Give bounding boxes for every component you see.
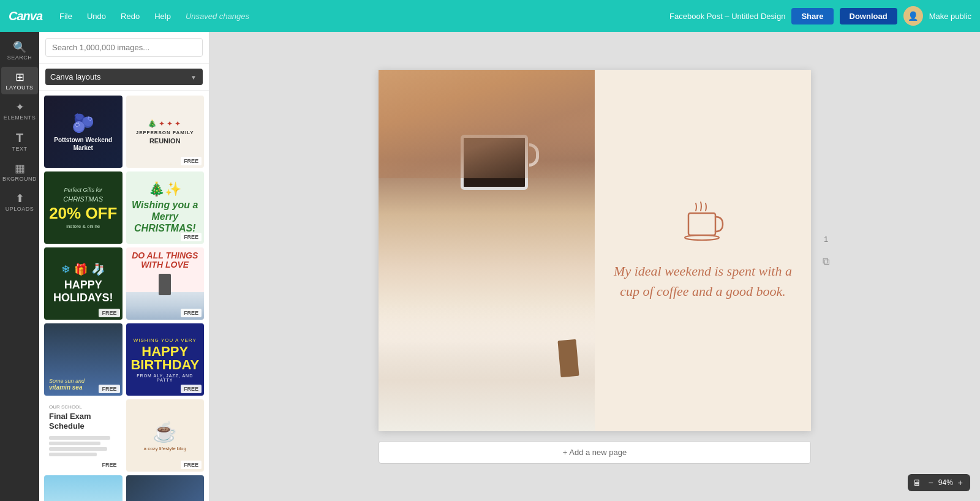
holiday-icons: ❄ 🎁 🧦 — [61, 263, 105, 276]
make-public-button[interactable]: Make public — [929, 12, 971, 21]
template-xmas-discount: 20% OFF — [49, 205, 117, 221]
snowflake-icon: ❄ — [61, 263, 70, 276]
download-button[interactable]: Download — [840, 8, 897, 24]
exam-line-4 — [49, 453, 97, 456]
template-card-coffee[interactable]: ☕ a cozy lifestyle blog FREE — [126, 399, 205, 472]
template-card-love[interactable]: DO AlL ThINGS WITH LOVE FREE — [126, 247, 205, 320]
love-text-area: DO AlL ThINGS WITH LOVE — [130, 251, 201, 270]
page-number-area: 1 ⧉ — [823, 234, 829, 266]
topbar: Canva File Undo Redo Help Unsaved change… — [0, 0, 980, 32]
sidebar-item-uploads[interactable]: ⬆ UPLOADS — [1, 188, 38, 216]
person-silhouette — [159, 274, 171, 295]
stocking-icon: 🧦 — [91, 263, 105, 276]
sidebar-item-text[interactable]: T TEXT — [1, 127, 38, 156]
undo-button[interactable]: Undo — [85, 9, 108, 23]
duplicate-page-icon[interactable]: ⧉ — [823, 255, 829, 266]
canvas-quote-text: My ideal weekend is spent with a cup of … — [613, 261, 793, 301]
elements-icon: ✦ — [15, 102, 24, 113]
free-badge-6: FREE — [181, 385, 202, 393]
add-page-button[interactable]: + Add a new page — [379, 441, 811, 464]
sidebar-item-label-uploads: UPLOADS — [6, 206, 34, 212]
canvas-wrapper: My ideal weekend is spent with a cup of … — [379, 70, 811, 431]
book — [557, 339, 579, 377]
exam-line-1 — [49, 436, 110, 440]
zoom-level: 94% — [938, 478, 953, 487]
zoom-in-button[interactable]: + — [956, 477, 965, 489]
share-button[interactable]: Share — [791, 8, 833, 24]
search-input[interactable] — [45, 38, 203, 57]
template-card-christmas-greeting[interactable]: 🎄✨ Wishing you aMerry CHRISTMAS! FREE — [126, 171, 205, 244]
sidebar-item-label-search: SEARCH — [7, 55, 32, 61]
layouts-dropdown[interactable]: Canva layouts — [45, 69, 203, 85]
canvas-page[interactable]: My ideal weekend is spent with a cup of … — [379, 70, 811, 431]
canva-logo: Canva — [9, 9, 42, 23]
sweater-top — [379, 70, 595, 178]
templates-grid: 🫐 Pottstown Weekend Market 🎄✦✦✦ JEFFERSO… — [39, 91, 209, 501]
search-icon: 🔍 — [13, 42, 26, 53]
coffee-cup-svg — [679, 200, 728, 249]
redo-button[interactable]: Redo — [118, 9, 142, 23]
exam-title: Final Exam Schedule — [49, 412, 118, 431]
sidebar-item-background[interactable]: ▦ BKGROUND — [1, 158, 38, 186]
sidebar-item-label-text: TEXT — [12, 146, 27, 152]
sidebar-item-search[interactable]: 🔍 SEARCH — [1, 37, 38, 64]
template-card-beach2[interactable]: 🏖 relaxing days — [44, 475, 123, 501]
topbar-right: Facebook Post – Untitled Design Share Do… — [669, 6, 971, 26]
template-card-birthday[interactable]: WISHING YOU A VERY HAPPY BIRTHDAY FROM A… — [126, 323, 205, 396]
file-menu[interactable]: File — [57, 9, 75, 23]
do-all-text: DO AlL ThINGS WITH LOVE — [130, 251, 201, 270]
sidebar-item-layouts[interactable]: ⊞ LAYOUTS — [1, 67, 38, 94]
template-card-market[interactable]: 🫐 Pottstown Weekend Market — [44, 96, 123, 168]
layouts-dropdown-wrapper: Canva layouts — [45, 69, 203, 85]
template-card-christmas-sale[interactable]: Perfect Gifts for CHRISTMAS 20% OFF inst… — [44, 171, 123, 244]
zoom-controls: 🖥 − 94% + — [908, 474, 970, 491]
svg-rect-0 — [688, 213, 715, 235]
free-badge-4: FREE — [181, 309, 202, 317]
uploads-icon: ⬆ — [15, 193, 24, 204]
free-badge-8: FREE — [181, 461, 202, 469]
text-icon: T — [16, 132, 23, 144]
zoom-out-button[interactable]: − — [926, 477, 936, 489]
template-sun-label: Some sun and — [49, 378, 85, 384]
template-xmas-sub: instore & online — [66, 224, 100, 229]
layouts-panel: Canva layouts 🫐 Pottstown Weekend Market… — [39, 32, 209, 501]
template-coffee-text: a cozy lifestyle blog — [144, 446, 186, 451]
page-number: 1 — [824, 234, 828, 243]
template-family-label: JEFFERSON FAMILY — [136, 130, 194, 135]
canvas-right-panel: My ideal weekend is spent with a cup of … — [595, 70, 811, 431]
template-card-dark[interactable]: There are only two ways to live your lif… — [126, 475, 205, 501]
background-icon: ▦ — [15, 163, 25, 174]
free-badge-2: FREE — [181, 233, 202, 241]
template-card-reunion[interactable]: 🎄✦✦✦ JEFFERSON FAMILY REUNION FREE — [126, 96, 205, 168]
template-birthday-main: HAPPY BIRTHDAY — [130, 345, 201, 372]
template-card-schedule[interactable]: OUR SCHOOL Final Exam Schedule FREE — [44, 399, 123, 472]
canvas-photo — [379, 70, 595, 431]
template-reunion-label: REUNION — [149, 137, 181, 145]
template-birthday-sub: WISHING YOU A VERY — [134, 337, 197, 343]
canvas-area: My ideal weekend is spent with a cup of … — [209, 32, 980, 501]
template-xmas-label: CHRISTMAS — [63, 195, 103, 203]
panel-dropdown-area: Canva layouts — [39, 64, 209, 91]
template-birthday-names: FROM ALY, JAZZ, AND PATTY — [130, 374, 201, 382]
free-badge: FREE — [181, 157, 202, 165]
free-badge-7: FREE — [99, 461, 119, 469]
sidebar-item-label-elements: ELEMENTS — [4, 115, 36, 121]
gift-icon: 🎁 — [74, 263, 88, 276]
sidebar-item-elements[interactable]: ✦ ELEMENTS — [1, 97, 38, 124]
panel-search-area — [39, 32, 209, 64]
template-xmas-top: Perfect Gifts for — [64, 187, 102, 193]
main-area: 🔍 SEARCH ⊞ LAYOUTS ✦ ELEMENTS T TEXT ▦ B… — [0, 32, 980, 501]
exam-line-2 — [49, 442, 100, 445]
exam-line-3 — [49, 447, 107, 451]
design-title: Facebook Post – Untitled Design — [669, 12, 785, 21]
exam-label: OUR SCHOOL — [49, 404, 118, 410]
template-card-holiday[interactable]: ❄ 🎁 🧦 HAPPYHOLIDAYS! FREE — [44, 247, 123, 320]
help-button[interactable]: Help — [152, 9, 173, 23]
free-badge-5: FREE — [99, 385, 119, 393]
lights-icon: 🎄✦✦✦ — [148, 119, 183, 128]
template-title: Pottstown Weekend Market — [44, 136, 123, 152]
sidebar-item-label-layouts: LAYOUTS — [6, 85, 34, 91]
christmas-deco-icon: 🎄✨ — [148, 181, 181, 197]
template-vitamin-label: vitamin sea — [49, 384, 82, 391]
template-card-beach[interactable]: Some sun and vitamin sea FREE — [44, 323, 123, 396]
